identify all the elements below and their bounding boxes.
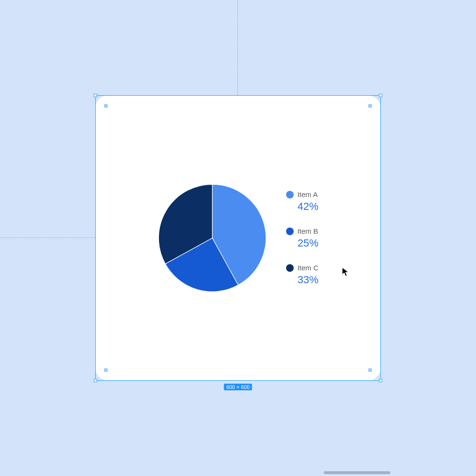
legend-text: Item B25% (298, 227, 318, 249)
chart-container: Item A42%Item B25%Item C33% (95, 95, 381, 381)
legend-value: 33% (298, 274, 318, 286)
resize-handle-top-right[interactable] (379, 94, 382, 97)
legend-item: Item C33% (286, 264, 318, 286)
chart-frame[interactable]: Item A42%Item B25%Item C33% (95, 95, 381, 381)
guide-vertical (238, 0, 238, 95)
resize-handle-bottom-left[interactable] (94, 379, 97, 382)
cursor-icon (342, 267, 349, 278)
legend-text: Item C33% (298, 264, 318, 286)
legend-value: 42% (298, 200, 318, 213)
corner-radius-handle-top-right[interactable] (368, 104, 372, 108)
legend: Item A42%Item B25%Item C33% (286, 190, 318, 286)
selection-dimensions-badge: 600 × 600 (224, 384, 252, 390)
legend-item: Item A42% (286, 190, 318, 213)
horizontal-scrollbar[interactable] (324, 471, 390, 474)
legend-label: Item C (298, 264, 318, 272)
legend-label: Item B (298, 227, 318, 235)
legend-item: Item B25% (286, 227, 318, 249)
legend-value: 25% (298, 237, 318, 249)
pie-chart (158, 183, 267, 293)
legend-label: Item A (298, 190, 318, 198)
resize-handle-bottom-right[interactable] (379, 379, 382, 382)
pie-svg (158, 183, 267, 293)
corner-radius-handle-bottom-left[interactable] (104, 368, 108, 372)
guide-horizontal (0, 238, 95, 238)
legend-swatch (286, 191, 294, 198)
resize-handle-top-left[interactable] (94, 94, 97, 97)
legend-swatch (286, 228, 294, 235)
legend-swatch (286, 264, 294, 272)
corner-radius-handle-top-left[interactable] (104, 104, 108, 108)
legend-text: Item A42% (298, 190, 318, 213)
corner-radius-handle-bottom-right[interactable] (368, 368, 372, 372)
